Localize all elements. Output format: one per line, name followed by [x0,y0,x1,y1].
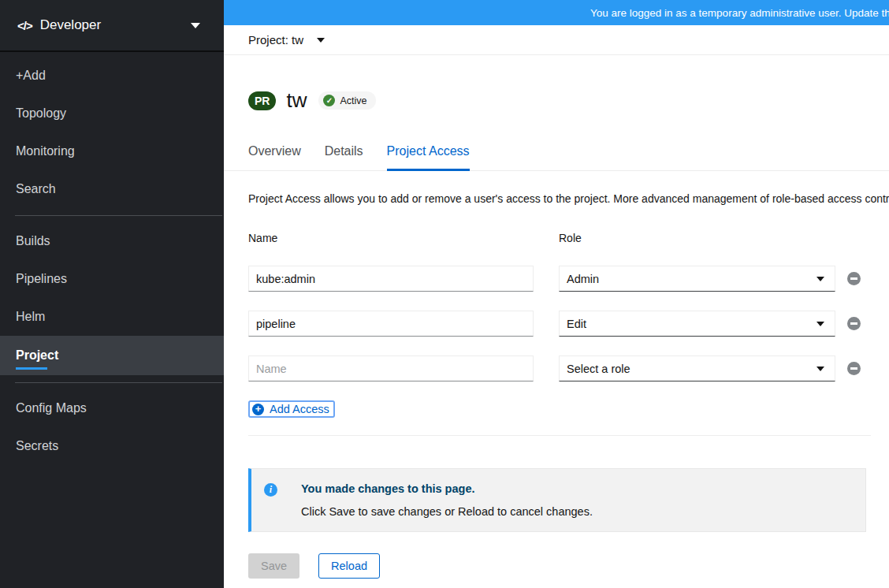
banner-text: You are logged in as a temporary adminis… [590,7,889,19]
minus-circle-icon [850,367,857,370]
remove-access-button[interactable] [847,317,861,330]
tab-details[interactable]: Details [325,141,363,171]
info-alert: i You made changes to this page. Click S… [248,468,866,532]
add-access-label: Add Access [270,403,329,415]
tab-project-access[interactable]: Project Access [387,141,470,171]
sidebar-item-helm[interactable]: Helm [0,298,224,336]
sidebar-item-label: Project [16,348,58,363]
section-divider [248,435,871,436]
caret-down-icon [816,322,824,326]
project-access-description: Project Access allows you to add or remo… [248,192,889,205]
role-select-value: Admin [567,273,599,285]
role-select-value: Edit [567,318,586,330]
name-column-header: Name [248,232,559,244]
sidebar-nav: +Add Topology Monitoring Search Builds P… [0,52,224,465]
project-dropdown[interactable]: Project: tw [248,33,303,47]
status-label: Active [340,95,366,106]
role-column-header: Role [559,232,582,244]
caret-down-icon [816,277,824,281]
sidebar-item-config-maps[interactable]: Config Maps [0,389,224,427]
perspective-switcher[interactable]: </> Developer [0,0,224,52]
caret-down-icon [816,367,824,371]
check-circle-icon: ✓ [323,95,335,106]
access-row: Edit [248,311,889,337]
info-icon: i [264,483,277,497]
add-access-button[interactable]: + Add Access [248,400,335,418]
page-title: tw [286,88,307,113]
status-badge: ✓ Active [318,91,375,110]
reload-button[interactable]: Reload [318,553,380,579]
sidebar-item-search[interactable]: Search [0,170,224,208]
alert-body: You made changes to this page. Click Sav… [301,482,593,518]
remove-access-button[interactable] [847,362,861,375]
sidebar-item-monitoring[interactable]: Monitoring [0,132,224,170]
minus-circle-icon [850,277,857,280]
alert-message: Click Save to save changes or Reload to … [301,505,593,518]
access-row: Admin [248,266,889,292]
nav-divider [15,215,222,216]
project-resource-badge: PR [248,91,276,110]
sidebar-item-builds[interactable]: Builds [0,222,224,260]
alert-title: You made changes to this page. [301,482,593,495]
code-icon: </> [17,19,32,32]
form-actions: Save Reload [248,553,889,579]
sidebar: </> Developer +Add Topology Monitoring S… [0,0,224,588]
role-select[interactable]: Admin [559,266,835,292]
page-content: PR tw ✓ Active Overview Details Project … [224,55,889,588]
minus-circle-icon [850,322,857,325]
sidebar-item-topology[interactable]: Topology [0,95,224,132]
tab-overview[interactable]: Overview [248,141,301,171]
caret-down-icon [191,23,200,28]
access-row: Select a role [248,355,889,381]
nav-divider [15,382,222,383]
role-select[interactable]: Edit [559,311,835,337]
sidebar-item-add[interactable]: +Add [0,57,224,95]
active-indicator [16,367,47,370]
sidebar-item-project[interactable]: Project [0,336,224,375]
name-input[interactable] [248,311,534,337]
caret-down-icon[interactable] [317,38,325,43]
sidebar-item-secrets[interactable]: Secrets [0,427,224,465]
remove-access-button[interactable] [847,272,861,285]
project-selector-bar: Project: tw [224,25,889,55]
name-input[interactable] [248,266,534,292]
name-input[interactable] [248,355,534,381]
main-area: You are logged in as a temporary adminis… [224,0,889,588]
page-header: PR tw ✓ Active [248,88,889,113]
plus-circle-icon: + [252,404,264,415]
role-select[interactable]: Select a role [559,355,835,381]
tab-bar: Overview Details Project Access [224,141,889,171]
perspective-label: Developer [40,17,191,33]
admin-user-banner: You are logged in as a temporary adminis… [224,0,889,25]
save-button[interactable]: Save [248,553,299,579]
project-access-form: Name Role Admin Edit [248,232,889,418]
sidebar-item-pipelines[interactable]: Pipelines [0,260,224,298]
form-headers: Name Role [248,232,889,244]
role-select-value: Select a role [567,363,630,375]
